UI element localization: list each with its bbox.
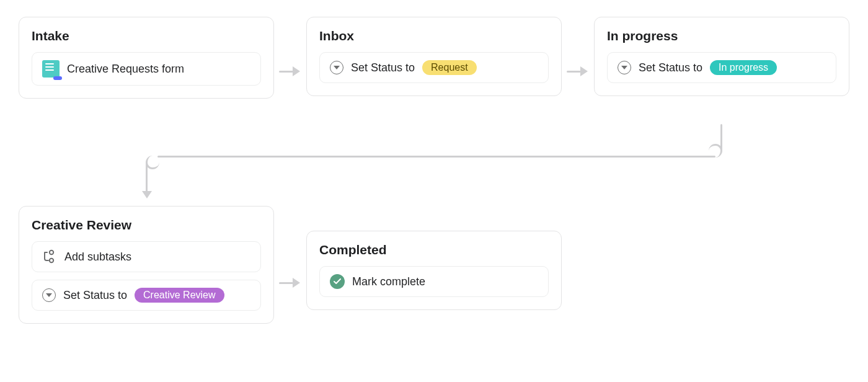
add-subtasks-label: Add subtasks [64, 251, 131, 264]
subtask-icon [42, 249, 57, 264]
chevron-down-circle-icon [330, 61, 343, 74]
set-status-action[interactable]: Set Status to Creative Review [32, 280, 261, 311]
chevron-down-circle-icon [618, 61, 631, 74]
form-label: Creative Requests form [67, 63, 184, 76]
check-circle-icon [330, 274, 345, 289]
set-status-prefix: Set Status to [63, 289, 127, 302]
set-status-prefix: Set Status to [639, 61, 702, 74]
stage-inbox: Inbox Set Status to Request [306, 17, 562, 96]
mark-complete-label: Mark complete [352, 275, 425, 288]
arrow-right-icon [279, 70, 300, 73]
status-pill-creative-review: Creative Review [135, 288, 224, 303]
stage-title: Creative Review [32, 218, 261, 233]
svg-point-1 [50, 259, 53, 262]
set-status-action[interactable]: Set Status to Request [319, 52, 549, 83]
mark-complete-action[interactable]: Mark complete [319, 266, 549, 297]
set-status-prefix: Set Status to [351, 61, 415, 74]
status-pill-request: Request [422, 60, 477, 75]
stage-title: Inbox [319, 29, 549, 43]
stage-intake: Intake Creative Requests form [19, 17, 274, 99]
stage-title: In progress [607, 29, 836, 43]
stage-title: Intake [32, 29, 261, 43]
status-pill-in-progress: In progress [710, 60, 777, 75]
form-action[interactable]: Creative Requests form [32, 52, 261, 86]
set-status-action[interactable]: Set Status to In progress [607, 52, 836, 83]
stage-creative-review: Creative Review Add subtasks Set Status … [19, 206, 274, 324]
form-icon [42, 60, 60, 78]
stage-in-progress: In progress Set Status to In progress [594, 17, 849, 96]
arrow-right-icon [567, 70, 588, 73]
add-subtasks-action[interactable]: Add subtasks [32, 241, 261, 272]
stage-title: Completed [319, 242, 549, 257]
arrow-right-icon [279, 282, 300, 284]
chevron-down-circle-icon [42, 288, 56, 302]
stage-completed: Completed Mark complete [306, 231, 562, 310]
svg-point-0 [50, 251, 53, 254]
